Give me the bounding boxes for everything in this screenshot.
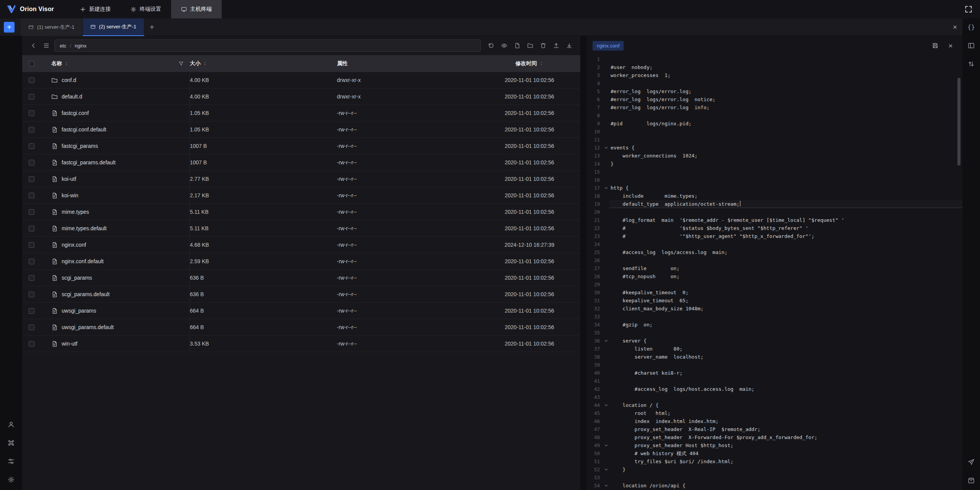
code-line[interactable]: 33 <box>586 313 962 321</box>
fold-chevron-icon[interactable] <box>603 401 609 409</box>
code-line[interactable]: 19 default_type application/octet-stream… <box>586 200 962 208</box>
row-checkbox[interactable] <box>29 275 34 281</box>
code-line[interactable]: 53 <box>586 474 962 482</box>
preferences-icon[interactable] <box>8 458 15 465</box>
file-name[interactable]: fastcgi.conf <box>62 110 89 116</box>
code-line[interactable]: 1 <box>586 55 962 63</box>
code-line[interactable]: 46 index index.html index.htm; <box>586 417 962 425</box>
code-text[interactable] <box>609 280 962 288</box>
code-line[interactable]: 38 server_name localhost; <box>586 353 962 361</box>
fold-chevron-icon[interactable] <box>603 465 609 474</box>
code-line[interactable]: 17http { <box>586 184 962 192</box>
code-text[interactable]: #charset koi8-r; <box>609 369 962 377</box>
code-line[interactable]: 32 client_max_body_size 1048m; <box>586 305 962 313</box>
code-line[interactable]: 21 #log_format main '$remote_addr - $rem… <box>586 216 962 224</box>
swap-vertical-icon[interactable] <box>968 61 975 67</box>
code-text[interactable]: proxy_set_header Host $http_host; <box>609 441 962 449</box>
code-line[interactable]: 3worker_processes 1; <box>586 71 962 79</box>
code-line[interactable]: 6#error_log logs/error.log notice; <box>586 95 962 103</box>
code-text[interactable]: keepalive_timeout 65; <box>609 297 962 305</box>
row-checkbox[interactable] <box>29 259 34 264</box>
table-row[interactable]: uwsgi_params 664 B -rw-r--r-- 2020-11-01… <box>22 303 580 319</box>
code-line[interactable]: 2#user nobody; <box>586 63 962 71</box>
refresh-icon[interactable] <box>485 40 498 51</box>
code-text[interactable]: #access_log logs/access.log main; <box>609 248 962 256</box>
sort-size-icon[interactable] <box>203 61 207 66</box>
code-text[interactable]: proxy_set_header X-Real-IP $remote_addr; <box>609 425 962 433</box>
code-text[interactable]: root html; <box>609 409 962 417</box>
fold-chevron-icon[interactable] <box>603 184 609 192</box>
file-name[interactable]: win-utf <box>62 341 77 347</box>
table-row[interactable]: fastcgi_params 1007 B -rw-r--r-- 2020-11… <box>22 138 580 154</box>
code-text[interactable]: } <box>609 160 962 168</box>
tab-server-1[interactable]: (1) server-生产-1 <box>21 18 83 36</box>
back-icon[interactable] <box>27 40 40 51</box>
new-file-icon[interactable] <box>511 40 524 51</box>
code-line[interactable]: 52 } <box>586 465 962 474</box>
file-name[interactable]: koi-utf <box>62 176 76 182</box>
code-text[interactable]: worker_processes 1; <box>609 71 962 79</box>
table-row[interactable]: mime.types 5.11 KB -rw-r--r-- 2020-11-01… <box>22 204 580 220</box>
file-name[interactable]: nginx.conf <box>62 242 86 248</box>
code-text[interactable]: sendfile on; <box>609 264 962 272</box>
code-line[interactable]: 30 #keepalive_timeout 0; <box>586 288 962 297</box>
code-text[interactable]: proxy_set_header X-Forwarded-For $proxy_… <box>609 433 962 441</box>
code-text[interactable]: } <box>609 465 962 474</box>
command-icon[interactable] <box>8 439 15 446</box>
table-row[interactable]: nginx.conf 4.68 KB -rw-r--r-- 2024-12-10… <box>22 237 580 253</box>
code-line[interactable]: 8 <box>586 111 962 120</box>
code-text[interactable]: # '$status $body_bytes_sent "$http_refer… <box>609 224 962 232</box>
file-name[interactable]: uwsgi_params <box>62 308 96 314</box>
column-name-label[interactable]: 名称 <box>51 60 62 67</box>
code-text[interactable]: #error_log logs/error.log; <box>609 87 962 95</box>
file-name[interactable]: mime.types <box>62 209 89 215</box>
fullscreen-icon[interactable] <box>965 5 972 13</box>
column-mtime-label[interactable]: 修改时间 <box>516 60 537 67</box>
column-size-label[interactable]: 大小 <box>190 60 201 67</box>
code-text[interactable] <box>609 128 962 136</box>
code-line[interactable]: 41 <box>586 377 962 385</box>
sort-mtime-icon[interactable] <box>539 61 544 66</box>
code-line[interactable]: 54 location /orion/api { <box>586 482 962 490</box>
file-name[interactable]: nginx.conf.default <box>62 258 104 264</box>
code-line[interactable]: 4 <box>586 79 962 87</box>
close-panel-button[interactable]: × <box>953 23 957 31</box>
code-text[interactable]: server_name localhost; <box>609 353 962 361</box>
code-line[interactable]: 49 proxy_set_header Host $http_host; <box>586 441 962 449</box>
table-row[interactable]: nginx.conf.default 2.59 KB -rw-r--r-- 20… <box>22 253 580 270</box>
table-row[interactable]: scgi_params 636 B -rw-r--r-- 2020-11-01 … <box>22 270 580 286</box>
code-line[interactable]: 20 <box>586 208 962 216</box>
code-line[interactable]: 18 include mime.types; <box>586 192 962 200</box>
add-tab-button[interactable]: + <box>150 23 154 31</box>
code-text[interactable] <box>609 393 962 401</box>
download-icon[interactable] <box>563 40 576 51</box>
code-line[interactable]: 34 #gzip on; <box>586 321 962 329</box>
file-name[interactable]: mime.types.default <box>62 225 107 231</box>
file-name[interactable]: scgi_params.default <box>62 291 109 297</box>
code-line[interactable]: 15 <box>586 168 962 176</box>
table-row[interactable]: default.d 4.00 KB drwxr-xr-x 2020-11-01 … <box>22 88 580 105</box>
code-line[interactable]: 14} <box>586 160 962 168</box>
code-text[interactable] <box>609 313 962 321</box>
code-line[interactable]: 12events { <box>586 144 962 152</box>
tab-server-2-active[interactable]: (2) server-生产-1 <box>83 18 145 36</box>
send-icon[interactable] <box>968 459 975 465</box>
code-text[interactable]: # web history 模式 404 <box>609 449 962 457</box>
table-row[interactable]: fastcgi_params.default 1007 B -rw-r--r--… <box>22 154 580 171</box>
row-checkbox[interactable] <box>29 127 34 133</box>
table-row[interactable]: fastcgi.conf.default 1.05 KB -rw-r--r-- … <box>22 121 580 138</box>
code-line[interactable]: 9#pid logs/nginx.pid; <box>586 120 962 128</box>
breadcrumb-item-etc[interactable]: etc <box>60 43 66 49</box>
menu-new-connection[interactable]: 新建连接 <box>70 0 121 18</box>
upload-icon[interactable] <box>550 40 563 51</box>
code-text[interactable] <box>609 329 962 337</box>
row-checkbox[interactable] <box>29 160 34 166</box>
code-text[interactable]: default_type application/octet-stream; <box>609 200 962 208</box>
file-name[interactable]: fastcgi.conf.default <box>62 126 106 133</box>
code-text[interactable]: listen 80; <box>609 345 962 353</box>
column-attr-label[interactable]: 属性 <box>337 60 348 67</box>
code-line[interactable]: 39 <box>586 361 962 369</box>
code-line[interactable]: 40 #charset koi8-r; <box>586 369 962 377</box>
fold-chevron-icon[interactable] <box>603 337 609 345</box>
layout-panel-icon[interactable] <box>968 42 975 49</box>
